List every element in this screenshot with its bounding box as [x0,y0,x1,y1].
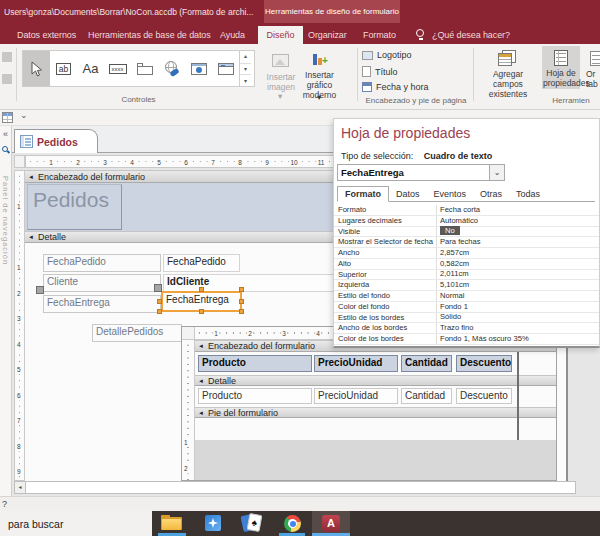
photos-icon[interactable] [205,515,221,531]
form-title-label[interactable]: Pedidos [27,184,122,230]
move-handle[interactable] [36,286,44,294]
resize-handle-sw[interactable] [157,309,162,314]
scrollbar-thumb[interactable] [26,482,575,493]
tab-formato[interactable]: Formato [363,30,396,40]
subform-form-edge [517,352,519,440]
prop-tab-datos[interactable]: Datos [389,187,427,201]
subform-textbox-producto[interactable]: Producto [198,388,312,404]
label-fechapedido[interactable]: FechaPedido [43,254,161,272]
horizontal-scrollbar[interactable]: ◂ [14,481,576,494]
subform-textbox-preciounidad[interactable]: PrecioUnidad [314,388,398,404]
ribbon: ab Aa xxxx [0,44,600,110]
navigation-control-icon [218,63,234,75]
hyperlink-control-button[interactable] [158,51,185,86]
section-selector-icon: ◄ [198,378,204,384]
property-row: Estilo del fondoNormal [334,291,599,302]
solitaire-icon[interactable]: ♠ [242,514,262,532]
tab-control-button[interactable] [131,51,158,86]
navigation-control-button[interactable] [212,51,239,86]
prop-tab-otras[interactable]: Otras [473,187,509,201]
web-browser-control-button[interactable] [185,51,212,86]
prop-tab-todas[interactable]: Todas [509,187,547,201]
select-pointer-button[interactable] [23,51,50,86]
section-selector-icon: ◄ [198,343,204,349]
resize-handle-s[interactable] [199,309,204,314]
qat-customize-chevron[interactable]: ⌄ [20,110,28,120]
subform-footer-section-bar[interactable]: ◄ Pie del formulario [195,407,556,418]
visible-value-selected[interactable]: No [440,226,460,235]
subform-detail-section-bar[interactable]: ◄ Detalle [195,375,556,386]
gallery-scroll-up[interactable]: ▴ [240,51,251,63]
tab-diseno-active[interactable]: Diseño [258,26,303,44]
subform-textbox-cantidad[interactable]: Cantidad [401,388,452,404]
controls-group-label: Controles [22,95,255,104]
tab-order-button-cut[interactable]: Or tab [584,46,600,102]
section-selector-icon: ◄ [28,234,34,240]
date-time-button[interactable]: Fecha y hora [362,82,429,92]
move-handle[interactable] [154,284,162,292]
scroll-left-arrow[interactable]: ◂ [15,482,26,493]
subform-header-cantidad[interactable]: Cantidad [401,355,452,372]
property-sheet-button[interactable]: Hoja de propiedades [542,46,580,89]
insert-modern-chart-button[interactable]: + Insertar gráfico moderno ▾ [293,48,346,102]
datasheet-icon[interactable] [2,112,13,123]
subform-header-producto[interactable]: Producto [198,355,312,372]
gallery-more[interactable]: ▾ [240,74,251,86]
search-icon[interactable] [2,146,10,154]
subform-header-preciounidad[interactable]: PrecioUnidad [314,355,398,372]
tab-herramientas-bd[interactable]: Herramientas de base de datos [88,30,211,40]
selection-type: Tipo de selección: Cuadro de texto [341,145,492,163]
tell-me-box[interactable]: ¿Qué desea hacer? [432,30,510,40]
controls-gallery: ab Aa xxxx [22,50,255,87]
combo-dropdown-icon[interactable]: ⌄ [489,165,504,180]
text-box-control-button[interactable]: ab [50,51,77,86]
resize-handle-ne[interactable] [239,287,244,292]
resize-handle-se[interactable] [239,309,244,314]
label-fechaentrega[interactable]: FechaEntrega [43,295,161,313]
themes-button-stub[interactable] [2,74,12,84]
view-button-stub[interactable] [2,52,12,62]
tab-organizar[interactable]: Organizar [308,30,347,40]
ruler-corner-box[interactable] [14,155,25,168]
subform-header-descuento[interactable]: Descuento [456,355,512,372]
chart-icon: + [312,52,328,65]
prop-tab-eventos[interactable]: Eventos [427,187,474,201]
object-selector-combo[interactable]: FechaEntrega ⌄ [337,164,505,181]
logo-button[interactable]: Logotipo [362,50,412,60]
property-sheet-panel: Hoja de propiedades Tipo de selección: C… [333,118,600,348]
tab-ayuda[interactable]: Ayuda [220,30,245,40]
taskbar-search-box[interactable]: para buscar [0,511,152,536]
nav-expand-button[interactable]: « [0,129,11,139]
label-icon: Aa [83,61,99,76]
title-button[interactable]: Título [362,66,398,77]
label-detallepedidos[interactable]: DetallePedidos [92,324,182,342]
label-cliente[interactable]: Cliente [43,274,161,292]
navigation-pane-collapsed[interactable]: « Panel de navegación [0,126,12,511]
subform-textbox-descuento[interactable]: Descuento [456,388,512,404]
prop-tab-formato[interactable]: Formato [337,186,389,202]
subform-footer-section[interactable] [195,418,556,440]
access-icon[interactable]: A [322,515,340,532]
file-explorer-icon[interactable] [161,515,182,531]
chrome-icon[interactable] [284,515,301,532]
resize-handle-n[interactable] [199,287,204,292]
tab-datos-externos[interactable]: Datos externos [17,30,76,40]
resize-handle-e[interactable] [239,299,244,304]
property-row: FormatoFecha corta [334,205,599,216]
status-bar: ? [0,496,600,511]
tools-group-label: Herramien [542,96,600,105]
combo-idcliente[interactable]: IdCliente [163,274,338,292]
field-list-icon [498,50,518,66]
button-control-button[interactable]: xxxx [104,51,131,86]
document-tab-pedidos[interactable]: Pedidos [14,129,98,153]
textbox-fechapedido[interactable]: FechaPedido [163,254,240,272]
group-divider [16,48,17,101]
image-icon [272,54,289,67]
label-control-button[interactable]: Aa [77,51,104,86]
gallery-scroll-column: ▴ ▾ ▾ [239,51,251,86]
property-row: Superior2,011cm [334,270,599,281]
gallery-scroll-down[interactable]: ▾ [240,63,251,74]
subform-ruler-corner[interactable] [182,327,195,340]
resize-handle-w[interactable] [157,299,162,304]
add-existing-fields-button[interactable]: Agregar campos existentes [478,46,538,102]
